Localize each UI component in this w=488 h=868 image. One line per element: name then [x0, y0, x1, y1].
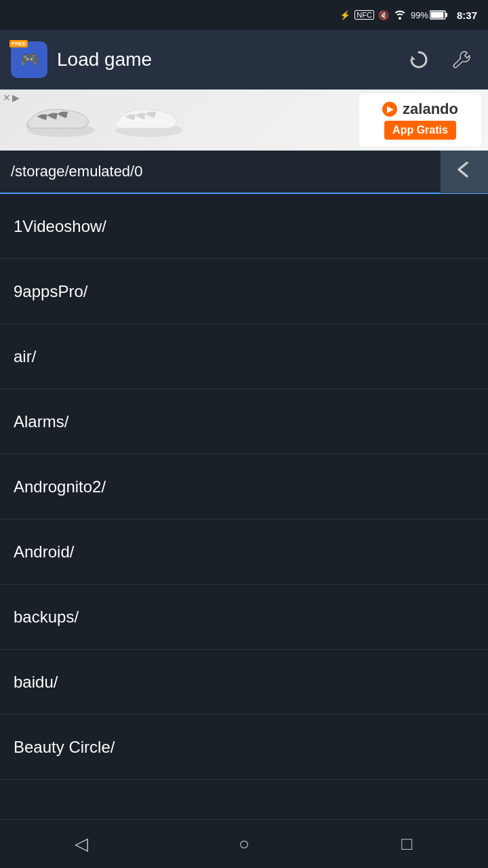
ad-content[interactable]: ✕ ▶	[0, 90, 488, 151]
bluetooth-icon: ⚡	[340, 10, 350, 20]
file-list: 1Videoshow/9appsPro/air/Alarms/Andrognit…	[0, 194, 488, 780]
file-item-name: Alarms/	[14, 412, 68, 431]
file-item-name: baidu/	[14, 673, 58, 692]
list-item[interactable]: Beauty Circle/	[0, 715, 488, 780]
refresh-button[interactable]	[404, 45, 434, 75]
file-item-name: Android/	[14, 542, 74, 561]
file-item-name: Beauty Circle/	[14, 738, 115, 757]
brand-text: zalando	[403, 100, 458, 118]
ad-banner: ✕ ▶	[0, 90, 488, 151]
file-item-name: air/	[14, 347, 36, 366]
settings-button[interactable]	[447, 45, 477, 75]
list-item[interactable]: Andrognito2/	[0, 454, 488, 519]
ad-brand-name: ▶ zalando	[382, 100, 458, 118]
home-nav-icon: ○	[239, 833, 249, 854]
zalando-logo-icon: ▶	[382, 102, 397, 117]
status-bar: ⚡ NFC 🔇 99% 8:37	[0, 0, 488, 30]
svg-rect-2	[430, 12, 443, 18]
file-item-name: 9appsPro/	[14, 282, 87, 301]
list-item[interactable]: 9appsPro/	[0, 259, 488, 324]
file-item-name: 1Videoshow/	[14, 217, 106, 236]
back-nav-button[interactable]: ◁	[54, 824, 108, 865]
recents-nav-button[interactable]: □	[380, 824, 434, 865]
list-item[interactable]: Android/	[0, 519, 488, 585]
close-icon: ✕	[3, 92, 11, 103]
path-input[interactable]	[0, 151, 441, 193]
app-icon-symbol: 🎮	[20, 51, 39, 68]
file-item-name: backups/	[14, 608, 79, 627]
navigation-bar: ◁ ○ □	[0, 819, 488, 868]
back-nav-icon: ◁	[75, 833, 88, 854]
battery-percent: 99%	[411, 10, 428, 20]
shoe-2	[102, 96, 190, 144]
list-item[interactable]: baidu/	[0, 650, 488, 715]
list-item[interactable]: Alarms/	[0, 389, 488, 454]
ad-choices-icon: ▶	[12, 92, 20, 103]
ad-cta-button[interactable]: App Gratis	[384, 121, 456, 140]
sound-icon: 🔇	[378, 10, 389, 20]
toolbar-actions	[404, 45, 477, 75]
toolbar: FREE 🎮 Load game	[0, 30, 488, 90]
list-item[interactable]: backups/	[0, 585, 488, 650]
page-title: Load game	[57, 49, 394, 71]
list-item[interactable]: 1Videoshow/	[0, 194, 488, 259]
nfc-icon: NFC	[354, 10, 374, 20]
path-bar	[0, 151, 488, 194]
status-icons: ⚡ NFC 🔇 99%	[340, 9, 447, 22]
ad-shoes	[0, 96, 359, 144]
status-time: 8:37	[457, 9, 477, 21]
back-arrow-icon	[452, 159, 476, 184]
free-badge: FREE	[9, 40, 28, 47]
home-nav-button[interactable]: ○	[217, 824, 271, 865]
svg-rect-1	[445, 13, 447, 17]
battery-icon: 99%	[411, 10, 447, 20]
ad-close-button[interactable]: ✕ ▶	[3, 92, 20, 103]
svg-marker-3	[411, 56, 415, 60]
list-item[interactable]: air/	[0, 324, 488, 389]
app-icon: FREE 🎮	[11, 41, 47, 78]
shoe-1	[14, 96, 102, 144]
recents-nav-icon: □	[401, 833, 412, 854]
ad-brand[interactable]: ▶ zalando App Gratis	[359, 94, 481, 146]
file-item-name: Andrognito2/	[14, 477, 106, 496]
wifi-icon	[393, 9, 407, 22]
navigate-up-button[interactable]	[441, 150, 488, 193]
